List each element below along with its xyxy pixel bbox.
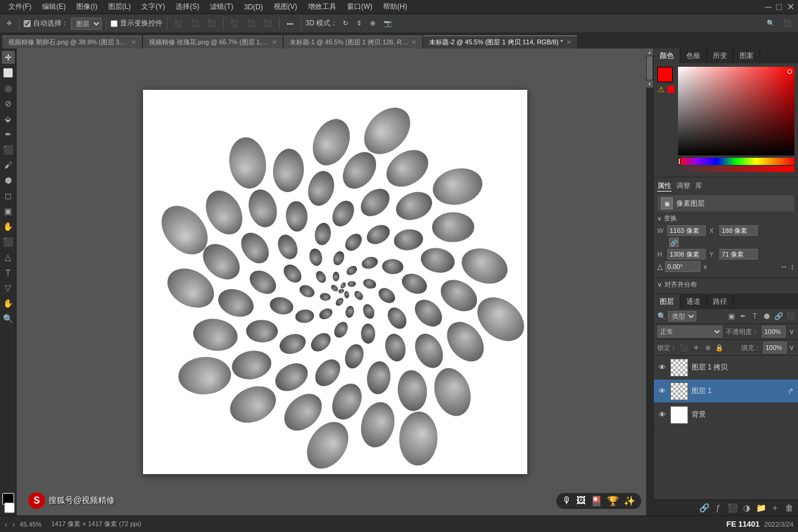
warning-color-swatch[interactable] xyxy=(667,86,674,93)
tab-0-close[interactable]: ✕ xyxy=(131,39,136,46)
tab-patterns[interactable]: 图案 xyxy=(734,48,760,63)
transform-collapse-arrow[interactable]: ∨ xyxy=(657,215,661,222)
tool-hand[interactable]: ✋ xyxy=(2,297,15,310)
move-tool-btn[interactable]: ✛ xyxy=(4,18,15,28)
layer-0-visibility[interactable]: 👁 xyxy=(657,363,667,372)
tool-text[interactable]: T xyxy=(2,266,15,279)
layers-filter-icon5[interactable]: 🔗 xyxy=(773,311,784,322)
alpha-slider[interactable] xyxy=(678,166,794,172)
3d-rotate-btn[interactable]: ↻ xyxy=(340,18,351,28)
tool-eyedrop[interactable]: ✒ xyxy=(2,128,15,141)
3d-pan-btn[interactable]: ⇕ xyxy=(353,18,365,28)
layers-filter-icon3[interactable]: T xyxy=(750,311,760,322)
tool-brush[interactable]: 🖌 xyxy=(2,158,15,171)
layers-tab-paths[interactable]: 路径 xyxy=(707,294,734,309)
flip-h-btn[interactable]: ↔ xyxy=(780,262,788,271)
tool-stamp[interactable]: ⬢ xyxy=(2,174,15,187)
layer-item-0[interactable]: 👁 图层 1 拷贝 xyxy=(654,356,798,379)
menu-plugins[interactable]: 增效工具 xyxy=(303,1,341,13)
layers-filter-icon2[interactable]: ✒ xyxy=(738,311,748,322)
align-left-btn[interactable]: ⬛ xyxy=(171,18,186,28)
layer-1-visibility[interactable]: 👁 xyxy=(657,387,667,396)
tool-blur[interactable]: ✋ xyxy=(2,220,15,233)
lock-pixel-btn[interactable]: ⬛ xyxy=(679,343,689,352)
transform-controls-checkbox[interactable] xyxy=(111,20,118,27)
new-layer-btn[interactable]: + xyxy=(770,502,780,513)
fill-dropdown-arrow[interactable]: ∨ xyxy=(789,343,794,352)
opacity-dropdown-arrow[interactable]: ∨ xyxy=(789,327,794,336)
auto-select-checkbox[interactable] xyxy=(24,20,31,27)
tool-move[interactable]: ✛ xyxy=(2,51,15,64)
menu-text[interactable]: 文字(Y) xyxy=(137,1,170,13)
scrollbar-up-btn[interactable]: ▲ xyxy=(646,48,653,56)
add-style-btn[interactable]: ƒ xyxy=(713,502,724,513)
distribute-btn3[interactable]: ⬛ xyxy=(261,18,275,28)
layers-filter-icon4[interactable]: ⬢ xyxy=(761,311,772,322)
opacity-input[interactable] xyxy=(762,326,786,338)
menu-layer[interactable]: 图层(L) xyxy=(103,1,136,13)
search-btn[interactable]: 🔍 xyxy=(764,18,778,28)
layers-search-icon[interactable]: 🔍 xyxy=(656,311,667,322)
layer-dropdown[interactable]: 图层 xyxy=(71,18,102,30)
layers-tab-layers[interactable]: 图层 xyxy=(654,294,680,309)
tool-lasso[interactable]: ◎ xyxy=(2,82,15,95)
blend-mode-select[interactable]: 正常 xyxy=(657,326,722,338)
tab-3-close[interactable]: ✕ xyxy=(566,39,571,46)
menu-edit[interactable]: 编辑(E) xyxy=(37,1,70,13)
lock-move-btn[interactable]: ✛ xyxy=(691,343,700,352)
delete-layer-btn[interactable]: 🗑 xyxy=(784,502,794,513)
tab-swatches[interactable]: 色板 xyxy=(680,48,707,63)
tab-gradients[interactable]: 所变 xyxy=(707,48,734,63)
menu-help[interactable]: 帮助(H) xyxy=(378,1,412,13)
align-center-btn[interactable]: ⬛ xyxy=(188,18,202,28)
lock-artboard-btn[interactable]: ⊕ xyxy=(703,343,712,352)
foreground-color[interactable] xyxy=(657,67,673,82)
transform-x-input[interactable] xyxy=(719,225,758,236)
menu-3d[interactable]: 3D(D) xyxy=(239,2,268,12)
3d-camera-btn[interactable]: 📷 xyxy=(381,18,395,28)
layers-type-select[interactable]: 类型 xyxy=(668,311,696,322)
vertical-scrollbar[interactable]: ▲ ▼ xyxy=(646,48,653,515)
props-tab-adjustments[interactable]: 调整 xyxy=(676,181,690,192)
more-btn[interactable]: ••• xyxy=(284,19,297,28)
tab-0[interactable]: 视频精修 鹅卵石.png @ 38.9% (图层 3,… ✕ xyxy=(2,35,142,48)
tab-color[interactable]: 颜色 xyxy=(654,48,680,63)
color-gradient-picker[interactable] xyxy=(678,67,794,155)
link-proportions-btn[interactable]: 🔗 xyxy=(669,238,679,247)
layer-item-2[interactable]: 👁 背景 xyxy=(654,403,798,427)
transform-y-input[interactable] xyxy=(719,249,758,259)
new-group-btn[interactable]: 📁 xyxy=(755,502,766,513)
tab-2-close[interactable]: ✕ xyxy=(411,39,416,46)
menu-view[interactable]: 视图(V) xyxy=(269,1,302,13)
menu-file[interactable]: 文件(F) xyxy=(4,1,36,13)
tool-crop[interactable]: ⬙ xyxy=(2,112,15,125)
tool-dodge[interactable]: ⬛ xyxy=(2,235,15,248)
tool-gradient[interactable]: ▣ xyxy=(2,205,15,218)
scrollbar-down-btn[interactable]: ▼ xyxy=(646,80,653,87)
scrollbar-thumb[interactable] xyxy=(647,56,653,80)
tool-heal[interactable]: ⬛ xyxy=(2,143,15,156)
layers-tab-channels[interactable]: 通道 xyxy=(680,294,707,309)
bg-color-swatch[interactable] xyxy=(4,502,15,513)
transform-angle-input[interactable] xyxy=(665,261,700,272)
menu-select[interactable]: 选择(S) xyxy=(171,1,204,13)
restore-btn[interactable]: □ xyxy=(776,2,782,12)
tool-select[interactable]: ⬜ xyxy=(2,66,15,79)
transform-w-input[interactable] xyxy=(667,225,706,236)
tab-2[interactable]: 未标题-1 @ 45.5% (图层 1 拷贝 126, R… ✕ xyxy=(284,35,423,48)
add-mask-btn[interactable]: ⬛ xyxy=(727,502,738,513)
workspace-btn[interactable]: ⬛ xyxy=(780,18,794,28)
align-collapse-arrow[interactable]: ∨ xyxy=(657,281,662,288)
lock-all-btn[interactable]: 🔒 xyxy=(715,343,724,352)
layer-2-visibility[interactable]: 👁 xyxy=(657,410,667,420)
angle-dropdown[interactable]: ∨ xyxy=(703,263,708,271)
transform-h-input[interactable] xyxy=(667,249,706,259)
minimize-btn[interactable]: ─ xyxy=(765,2,771,12)
tool-eraser[interactable]: ◻ xyxy=(2,189,15,202)
layers-filter-icon1[interactable]: ▣ xyxy=(726,311,737,322)
3d-zoom-btn[interactable]: ⊕ xyxy=(367,18,378,28)
menu-filter[interactable]: 滤镜(T) xyxy=(205,1,238,13)
props-tab-properties[interactable]: 属性 xyxy=(657,181,672,192)
layer-item-1[interactable]: 👁 图层 1 ↱ xyxy=(654,379,798,403)
layers-filter-toggle[interactable]: ⬛ xyxy=(785,311,796,322)
